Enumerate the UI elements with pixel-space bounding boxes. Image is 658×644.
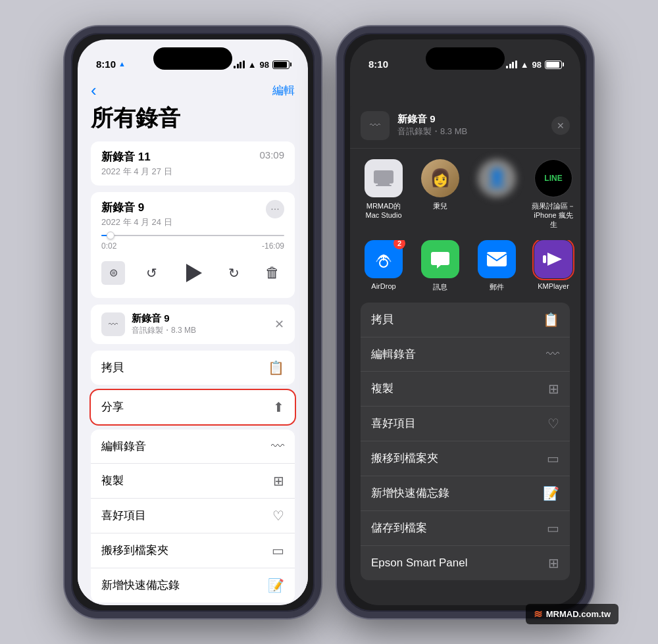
phone-screen-1: 8:10 ▲ ▲ 98: [78, 39, 308, 605]
recording-header-1: 新錄音 11 2022 年 4 月 27 日 03:09: [101, 149, 284, 178]
more-button-2[interactable]: ···: [266, 200, 284, 218]
person-item-2[interactable]: 👤: [474, 159, 520, 230]
recording-date-1: 2022 年 4 月 27 日: [101, 166, 172, 178]
status-icons-1: ▲ 98: [234, 60, 290, 70]
recording-card-2[interactable]: 新錄音 9 2022 年 4 月 24 日 ···: [91, 192, 295, 298]
app-icon-wrapper-kmplayer: [534, 240, 572, 278]
edit-button-1[interactable]: 編輯: [272, 83, 295, 98]
app-item-kmplayer[interactable]: KMPlayer: [530, 240, 576, 292]
signal-bars-1: [234, 61, 245, 68]
person-avatar-apple: LINE: [534, 159, 572, 197]
app-icon-wrapper-mail: [478, 240, 516, 278]
person-name-1: 秉兒: [433, 201, 447, 211]
sheet-menu-edit[interactable]: 編輯錄音 〰: [361, 337, 570, 371]
sheet-title-2: 新錄音 9: [397, 113, 467, 126]
signal-bar-6: [509, 64, 511, 68]
menu-item-copy[interactable]: 拷貝 📋: [91, 351, 295, 385]
menu-section-copy: 拷貝 📋: [91, 351, 295, 385]
play-triangle-2: [186, 264, 202, 282]
svg-rect-5: [487, 252, 507, 266]
person-item-mac[interactable]: MRMAD的Mac Studio: [361, 159, 407, 230]
dynamic-island-1: [153, 47, 232, 70]
time-label-1: 8:10: [96, 59, 116, 70]
sheet-menu-shortcut[interactable]: 新增快速備忘錄 📝: [361, 476, 570, 510]
menu-item-shortcut[interactable]: 新增快速備忘錄 📝: [91, 568, 295, 603]
delete-btn-2[interactable]: 🗑: [261, 261, 284, 285]
person-item-1[interactable]: 👩 秉兒: [417, 159, 463, 230]
phone-2: 8:10 ▲ 98: [337, 26, 594, 618]
waveform-preview-icon: 〰: [101, 312, 125, 336]
forward-btn[interactable]: ↻: [222, 261, 246, 285]
back-button-1[interactable]: ‹: [91, 80, 97, 101]
settings-btn[interactable]: ⊜: [101, 261, 125, 285]
rewind-btn[interactable]: ↺: [140, 261, 164, 285]
battery-icon-1: [272, 61, 290, 69]
menu-item-share[interactable]: 分享 ⬆: [91, 390, 295, 424]
sheet-menu-move[interactable]: 搬移到檔案夾 ▭: [361, 441, 570, 476]
battery-fill-1: [274, 62, 287, 68]
sheet-menu-label-copy: 拷貝: [371, 312, 393, 327]
app-icon-kmplayer: [534, 240, 572, 278]
person-item-apple[interactable]: LINE 蘋果討論區－iPhone 瘋先生: [530, 159, 576, 230]
sheet-info-2: 新錄音 9 音訊錄製・8.3 MB: [397, 113, 467, 137]
sheet-menu-copy[interactable]: 拷貝 📋: [361, 303, 570, 337]
menu-label-shortcut: 新增快速備忘錄: [101, 578, 180, 593]
menu-icon-shortcut: 📝: [268, 578, 284, 593]
sheet-close-btn[interactable]: ✕: [551, 116, 570, 135]
share-preview-info: 新錄音 9 音訊錄製・8.3 MB: [132, 312, 196, 336]
share-preview-name: 新錄音 9: [132, 312, 196, 325]
menu-item-move[interactable]: 搬移到檔案夾 ▭: [91, 533, 295, 568]
app-item-messages[interactable]: 訊息: [417, 240, 463, 292]
signal-bar-3: [240, 62, 241, 68]
playback-controls-2: ⊜ ↺ ↻ 🗑: [101, 256, 284, 290]
menu-item-edit[interactable]: 編輯錄音 〰: [91, 430, 295, 463]
person-avatar-2: 👤: [478, 159, 516, 197]
battery-fill-2: [546, 62, 559, 68]
remain-time-2: -16:09: [262, 241, 284, 251]
menu-item-duplicate[interactable]: 複製 ⊞: [91, 463, 295, 498]
share-preview-close[interactable]: ✕: [274, 317, 284, 332]
location-icon-1: ▲: [118, 60, 126, 68]
status-time-1: 8:10 ▲: [96, 59, 126, 70]
sheet-menu-icon-shortcut: 📝: [543, 485, 559, 501]
person-name-mac: MRMAD的Mac Studio: [365, 201, 401, 220]
watermark-text: MRMAD.com.tw: [546, 609, 611, 619]
sheet-menu-favorite[interactable]: 喜好項目 ♡: [361, 406, 570, 441]
recording-info-1: 新錄音 11 2022 年 4 月 27 日: [101, 149, 172, 178]
app-icon-wrapper-airdrop: 2: [365, 240, 403, 278]
sheet-menu-label-save: 儲存到檔案: [371, 520, 427, 535]
menu-icon-move: ▭: [272, 543, 284, 558]
recording-item-1[interactable]: 新錄音 11 2022 年 4 月 27 日 03:09: [91, 141, 295, 186]
nav-bar-1: ‹ 編輯: [78, 75, 308, 103]
svg-rect-7: [543, 255, 546, 263]
play-button-2[interactable]: [178, 259, 207, 287]
recording-expanded-2: 0:02 -16:09 ⊜ ↺ ↻: [101, 235, 284, 290]
person-avatar-1: 👩: [421, 159, 459, 197]
menu-label-move: 搬移到檔案夾: [101, 543, 168, 558]
sheet-menu-duplicate[interactable]: 複製 ⊞: [361, 371, 570, 406]
app-item-mail[interactable]: 郵件: [474, 240, 520, 292]
menu-label-share: 分享: [101, 399, 124, 414]
sheet-menu-icon-copy: 📋: [543, 312, 559, 328]
signal-bar-4: [243, 61, 245, 68]
sheet-menu-label-shortcut: 新增快速備忘錄: [371, 485, 449, 501]
svg-marker-6: [547, 253, 562, 266]
menu-label-edit: 編輯錄音: [101, 439, 146, 454]
menu-item-favorite[interactable]: 喜好項目 ♡: [91, 498, 295, 533]
dynamic-island-2: [426, 47, 505, 70]
app-item-airdrop[interactable]: 2 AirDrop: [361, 240, 407, 292]
sheet-menu-epson[interactable]: Epson Smart Panel ⊞: [361, 545, 570, 580]
phone-screen-2: 8:10 ▲ 98: [350, 39, 580, 605]
sheet-menu-label-move: 搬移到檔案夾: [371, 451, 438, 466]
app-icon-messages: [421, 240, 459, 278]
recording-card-1[interactable]: 新錄音 11 2022 年 4 月 27 日 03:09: [91, 141, 295, 186]
recording-item-2[interactable]: 新錄音 9 2022 年 4 月 24 日 ···: [91, 192, 295, 298]
recording-name-1: 新錄音 11: [101, 149, 172, 164]
app-icon-wrapper-messages: [421, 240, 459, 278]
sheet-menu-save[interactable]: 儲存到檔案 ▭: [361, 510, 570, 545]
signal-bar-5: [506, 66, 508, 68]
signal-bar-1: [234, 66, 236, 68]
recording-list-1: 新錄音 11 2022 年 4 月 27 日 03:09: [78, 141, 308, 298]
menu-icon-duplicate: ⊞: [273, 473, 284, 489]
sheet-menu-2: 拷貝 📋 編輯錄音 〰 複製 ⊞ 喜好項目 ♡: [361, 303, 570, 580]
